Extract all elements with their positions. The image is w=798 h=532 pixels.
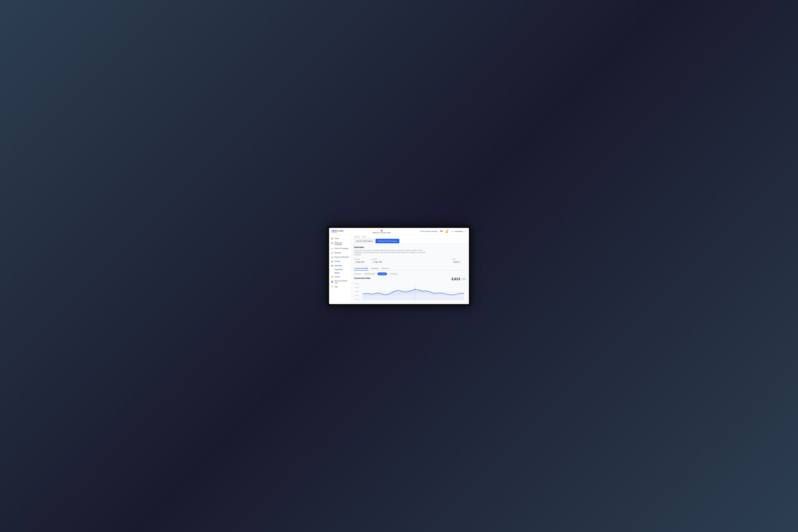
filters-row: Start Date 10 May 2022 ▼ End Date 12 May… xyxy=(354,259,467,264)
tab-pay-per-click[interactable]: Pay Per Click Program xyxy=(354,239,375,243)
svg-text:4,000: 4,000 xyxy=(355,287,359,288)
account-icon: 👤 xyxy=(331,281,333,283)
overview-section: Overview Lorem ipsum dolor sit amet, con… xyxy=(354,246,467,256)
sidebar-label-help: Help xyxy=(335,286,338,288)
flag-icon xyxy=(440,230,443,232)
logo-dot-icon xyxy=(337,230,338,232)
sidebar-item-hotel-ads[interactable]: 📢 Hotel Ads xyxy=(329,264,351,268)
sidebar: 🏠 Home 📅 Rates and Availability 🏷 Promo … xyxy=(329,235,352,304)
end-date-select[interactable]: 12 May 2022 ▼ xyxy=(372,260,387,264)
tab-preferred-partner[interactable]: Preferred Partner Program xyxy=(376,239,399,243)
period-label: Period xyxy=(452,259,467,260)
svg-text:1,000: 1,000 xyxy=(355,299,359,300)
start-date-label: Start Date xyxy=(354,259,370,260)
sub-tab-revenue[interactable]: Revenue xyxy=(382,266,389,270)
tab-bar: Pay Per Click Program Preferred Partner … xyxy=(352,239,469,243)
welcome-text: Welcome, Amaris Hotel xyxy=(373,232,391,234)
room-container: tiket .com Extranet 🏨 Welcome, Amaris Ho… xyxy=(287,220,511,312)
sidebar-item-property[interactable]: 🏢 Property xyxy=(329,259,351,264)
rates-icon: 📅 xyxy=(331,243,333,245)
chart-value: 3,613 xyxy=(451,277,460,281)
report-icon: 📊 xyxy=(331,256,333,258)
sidebar-item-help[interactable]: ❓ Help xyxy=(329,285,351,289)
chart-header: Conversion Rate 3,613 +20% xyxy=(354,277,467,281)
sub-tab-bookings[interactable]: Bookings xyxy=(371,266,379,270)
user-name: admin@am... xyxy=(455,230,464,232)
end-date-group: End Date 12 May 2022 ▼ xyxy=(372,259,387,264)
sidebar-label-property: Property xyxy=(335,261,341,262)
overview-desc: Lorem ipsum dolor sit amet, consectetur … xyxy=(354,249,426,256)
breadcrumb: Hotel Ads › Report xyxy=(352,235,469,239)
sidebar-label-account: Account & Activity Log xyxy=(335,280,349,284)
property-icon: 🏢 xyxy=(331,260,333,262)
period-chevron-icon: ▼ xyxy=(459,261,461,263)
svg-text:2,000: 2,000 xyxy=(355,295,359,296)
sidebar-label-finance: Finance xyxy=(335,276,340,278)
user-info: Hello, admin@am... ▼ xyxy=(451,230,467,232)
chart-container: 5,000 4,000 3,000 2,000 1,000 xyxy=(354,282,467,302)
finance-icon: 💰 xyxy=(331,276,333,278)
bookings-icon: 📋 xyxy=(331,252,333,254)
main-layout: 🏠 Home 📅 Rates and Availability 🏷 Promo … xyxy=(329,235,469,304)
compare-btn-last-month[interactable]: Last Month xyxy=(388,272,398,276)
sidebar-item-rates[interactable]: 📅 Rates and Availability xyxy=(329,241,351,246)
sidebar-label-home: Home xyxy=(335,238,339,240)
svg-text:5,000: 5,000 xyxy=(355,283,359,285)
compare-row: Compare to: Previous Period Last Week La… xyxy=(354,272,467,276)
start-date-select[interactable]: 10 May 2022 ▼ xyxy=(354,260,370,264)
overview-title: Overview xyxy=(354,246,467,248)
svg-text:3,000: 3,000 xyxy=(355,291,359,292)
user-dropdown-icon[interactable]: ▼ xyxy=(465,231,467,232)
main-area xyxy=(363,289,464,300)
content-body: Overview Lorem ipsum dolor sit amet, con… xyxy=(352,243,469,304)
sidebar-sub-item-report[interactable]: Report xyxy=(329,271,351,274)
content-area: Hotel Ads › Report Pay Per Click Program… xyxy=(352,235,469,304)
sidebar-sub-label-registration: Registration xyxy=(335,269,343,270)
help-icon: ❓ xyxy=(331,286,333,288)
hotel-ads-icon: 📢 xyxy=(331,265,333,267)
extranet-label: Extranet xyxy=(331,232,337,233)
sub-tabs: Conversion Rate Bookings Revenue xyxy=(354,266,467,270)
end-date-value: 12 May 2022 xyxy=(373,261,382,263)
sidebar-item-promo[interactable]: 🏷 Promo & Campaign xyxy=(329,246,351,251)
notification-badge: 1 xyxy=(447,230,449,231)
header-right: Contact Market Manager 🔔 1 Hello, admin@… xyxy=(420,230,467,233)
screen-frame: tiket .com Extranet 🏨 Welcome, Amaris Ho… xyxy=(327,226,471,306)
period-group: Period Weekly ▼ xyxy=(452,259,467,264)
sidebar-item-home[interactable]: 🏠 Home xyxy=(329,236,351,241)
sidebar-sub-label-report: Report xyxy=(335,272,340,274)
sidebar-item-report[interactable]: 📊 Report and Analytics xyxy=(329,255,351,259)
compare-btn-previous[interactable]: Previous Period xyxy=(363,272,376,276)
promo-icon: 🏷 xyxy=(331,248,333,249)
end-date-label: End Date xyxy=(372,259,387,260)
breadcrumb-separator: › xyxy=(361,236,361,238)
welcome-icon: 🏨 xyxy=(380,229,383,231)
breadcrumb-report[interactable]: Report xyxy=(362,236,366,238)
hello-label: Hello, xyxy=(451,231,454,232)
sidebar-sub-item-registration[interactable]: Registration xyxy=(329,268,351,271)
sub-tab-conversion[interactable]: Conversion Rate xyxy=(354,266,368,270)
contact-link[interactable]: Contact Market Manager xyxy=(420,230,438,232)
sidebar-label-rates: Rates and Availability xyxy=(335,242,349,245)
sidebar-label-hotel-ads: Hotel Ads xyxy=(335,265,342,267)
sidebar-item-finance[interactable]: 💰 Finance xyxy=(329,274,351,279)
sidebar-label-promo: Promo & Campaign xyxy=(335,248,348,249)
bell-wrapper: 🔔 1 xyxy=(445,230,448,233)
logo-area: tiket .com Extranet xyxy=(331,230,343,233)
period-value: Weekly xyxy=(453,261,459,263)
logo-com: .com xyxy=(338,230,343,232)
sidebar-item-account[interactable]: 👤 Account & Activity Log xyxy=(329,279,351,285)
compare-btn-last-week[interactable]: Last Week xyxy=(377,272,387,276)
home-icon: 🏠 xyxy=(331,238,333,240)
chart-badge: +20% xyxy=(461,278,467,280)
sidebar-item-bookings[interactable]: 📋 Bookings xyxy=(329,251,351,255)
start-date-group: Start Date 10 May 2022 ▼ xyxy=(354,259,370,264)
period-select[interactable]: Weekly ▼ xyxy=(452,260,467,264)
end-date-chevron-icon: ▼ xyxy=(385,261,386,263)
breadcrumb-hotel-ads[interactable]: Hotel Ads xyxy=(354,236,360,238)
chart-title: Conversion Rate xyxy=(354,277,370,279)
chart-value-area: 3,613 +20% xyxy=(451,277,467,281)
compare-label: Compare to: xyxy=(354,273,362,275)
start-date-value: 10 May 2022 xyxy=(356,261,365,263)
conversion-chart: 5,000 4,000 3,000 2,000 1,000 xyxy=(354,282,467,302)
